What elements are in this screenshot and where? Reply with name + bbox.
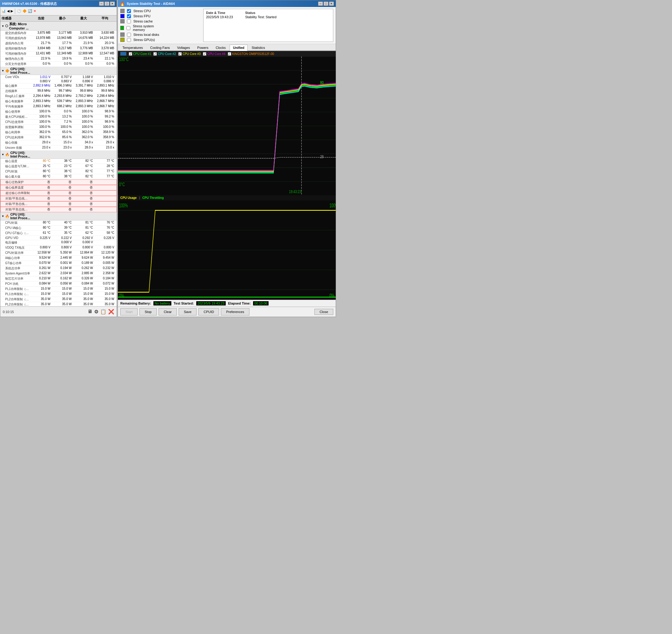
stress-gpu-checkbox[interactable] — [127, 38, 131, 42]
toolbar-icon-3[interactable]: ▶ — [10, 9, 13, 13]
table-row: 制芯芯片功率 0.210 W 0.162 W 0.326 W 0.184 W — [0, 276, 117, 282]
footer-icon-2[interactable]: ⚙ — [94, 309, 98, 315]
row-name: PL1功率限制（动态） — [1, 292, 30, 296]
legend-core4-label: CPU Core #4 — [207, 52, 225, 55]
legend-cpu-usage: CPU Usage — [120, 196, 137, 199]
tab-clocks[interactable]: Clocks — [212, 45, 229, 50]
stress-cpu-indicator — [120, 9, 124, 13]
stress-fpu-checkbox[interactable] — [127, 14, 131, 18]
row-name: PL2功率限制（静态） — [1, 297, 30, 301]
row-max: 否 — [73, 180, 94, 184]
section-header-cpu0-temp[interactable]: ▼ 🔥 CPU [#0]: Intel Proce... — [0, 151, 117, 159]
table-row: IA核心功率 9.524 W 2.445 W 9.624 W 9.454 W — [0, 256, 117, 261]
aida-close-btn[interactable]: ✕ — [329, 1, 334, 6]
row-current: 0.0 % — [30, 62, 52, 66]
row-current: 3,694 MB — [30, 46, 52, 51]
hwinfo-close-btn[interactable]: ✕ — [110, 1, 115, 6]
legend-core1-cb[interactable]: ✓ — [129, 52, 132, 55]
close-button[interactable]: Close — [315, 309, 333, 315]
stress-mem-checkbox[interactable] — [126, 26, 130, 30]
hwinfo-controls: ─ □ ✕ — [99, 1, 115, 6]
aida-maximize-btn[interactable]: □ — [324, 1, 328, 6]
row-name: 核心最大值 — [1, 175, 30, 179]
hwinfo-maximize-btn[interactable]: □ — [105, 1, 109, 6]
aida-minimize-btn[interactable]: ─ — [318, 1, 323, 6]
row-max: 否 — [73, 202, 94, 206]
chart-legend-bottom: CPU Usage | CPU Throttling — [118, 195, 336, 200]
table-row: CPU GT核心（图形） 61 °C 35 °C 62 °C 58 °C — [0, 231, 117, 236]
preferences-button[interactable]: Preferences — [221, 308, 249, 316]
save-button[interactable]: Save — [179, 308, 196, 316]
row-avg: 23.0 x — [94, 146, 115, 150]
col-min: 最小 — [52, 16, 73, 21]
cpuid-button[interactable]: CPUID — [199, 308, 219, 316]
toolbar-icon-2[interactable]: ◀ — [7, 9, 9, 13]
table-row: CPU IA核心 80 °C 39 °C 81 °C 76 °C — [0, 226, 117, 231]
row-name: 可用的物理内存 — [1, 52, 30, 56]
section-header-system[interactable]: ▼ ⬡ 系统: Micro Computer ... — [0, 22, 117, 31]
section-header-cpu0[interactable]: ▼ 🔶 CPU [#0]: Intel Proce... — [0, 67, 117, 75]
row-max: 2,893.3 MHz — [73, 104, 94, 109]
tab-statistics[interactable]: Statistics — [248, 45, 268, 50]
table-row: PCH 功耗 0.084 W 0.056 W 0.084 W 0.072 W — [0, 282, 117, 287]
footer-icon-4[interactable]: ❌ — [108, 309, 114, 315]
tab-unified[interactable]: Unified — [230, 45, 248, 51]
tab-temperatures[interactable]: Temperatures — [119, 45, 146, 50]
row-avg — [94, 241, 115, 245]
row-min: 5.350 W — [52, 251, 73, 255]
row-avg: 29.0 x — [94, 141, 115, 145]
section-header-cpu0-power[interactable]: ▼ 🔥 CPU [#0]: Intel Proce... — [0, 212, 117, 220]
row-name: VDDQ TX电压 — [1, 246, 30, 250]
row-current: 3,875 MB — [30, 31, 52, 35]
row-max: 81 °C — [73, 226, 94, 230]
footer-icon-1[interactable]: 🖥 — [88, 309, 92, 315]
table-row: 核心使用率 100.0 % 0.0 % 100.0 % 98.9 % — [0, 109, 117, 115]
legend-core3-cb[interactable]: ✓ — [178, 52, 182, 55]
row-min: 0.0 % — [52, 109, 73, 114]
row-avg: 100.0 % — [94, 125, 115, 129]
start-button[interactable]: Start — [120, 308, 138, 316]
row-avg — [94, 191, 115, 195]
stress-cache-label: Stress cache — [133, 20, 153, 23]
clear-button[interactable]: Clear — [159, 308, 177, 316]
usage-chart-svg: 100% 0% 100% 0% — [118, 200, 336, 300]
table-row: 核心频率 2,892.9 MHz 1,496.3 MHz 3,391.7 MHz… — [0, 83, 117, 89]
datetime-value: 2023/5/9 19:43:23 — [206, 15, 233, 19]
row-max: 2.885 W — [73, 271, 94, 276]
tab-powers[interactable]: Powers — [194, 45, 212, 50]
tab-voltages[interactable]: Voltages — [174, 45, 193, 50]
toolbar-icon-clock[interactable]: 🕐 — [17, 9, 21, 13]
row-min: 否 — [51, 196, 73, 201]
stress-cache-checkbox[interactable] — [127, 20, 131, 23]
row-min: 否 — [51, 191, 73, 195]
row-name: CPU总利用率 — [1, 136, 30, 140]
row-name: 核心温度 — [1, 159, 30, 163]
tab-cooling-fans[interactable]: Cooling Fans — [147, 45, 173, 50]
row-current — [30, 241, 52, 245]
hw-table-content[interactable]: ▼ ⬡ 系统: Micro Computer ... 提交的虚拟内存 3,875… — [0, 22, 117, 307]
toolbar-icon-cpu[interactable]: 🔶 — [22, 9, 27, 13]
row-min: 35 °C — [52, 231, 73, 235]
row-max: 9.624 W — [73, 256, 94, 260]
row-current: 100.0 % — [30, 125, 52, 129]
footer-icon-3[interactable]: 📋 — [100, 309, 106, 315]
row-avg: 76 °C — [94, 221, 115, 225]
stress-cpu-checkbox[interactable] — [127, 9, 131, 13]
toolbar-icon-reset[interactable]: 🔄 — [28, 9, 32, 13]
row-min: 0.707 V — [52, 75, 73, 79]
hwinfo-minimize-btn[interactable]: ─ — [99, 1, 104, 6]
row-name: 核心使用率 — [1, 109, 30, 114]
table-row: PL1功率限制（静态） 15.0 W 15.0 W 15.0 W 15.0 W — [0, 287, 117, 292]
toolbar-icon-1[interactable]: 📊 — [1, 9, 6, 13]
row-name: Uncore 倍频 — [1, 146, 30, 150]
row-current: 100.0 % — [30, 109, 52, 114]
row-max: 3,391.7 MHz — [73, 84, 94, 88]
stop-button[interactable]: Stop — [139, 308, 157, 316]
row-name: Ring/LLC 频率 — [1, 94, 30, 98]
row-min: 0.800 V — [52, 246, 73, 250]
legend-kingston-cb[interactable]: ✓ — [228, 52, 231, 55]
legend-core2-cb[interactable]: ✓ — [154, 52, 157, 55]
toolbar-icon-close[interactable]: ✕ — [33, 9, 36, 13]
legend-core4-cb[interactable]: ✓ — [203, 52, 206, 55]
stress-disk-checkbox[interactable] — [127, 33, 131, 37]
